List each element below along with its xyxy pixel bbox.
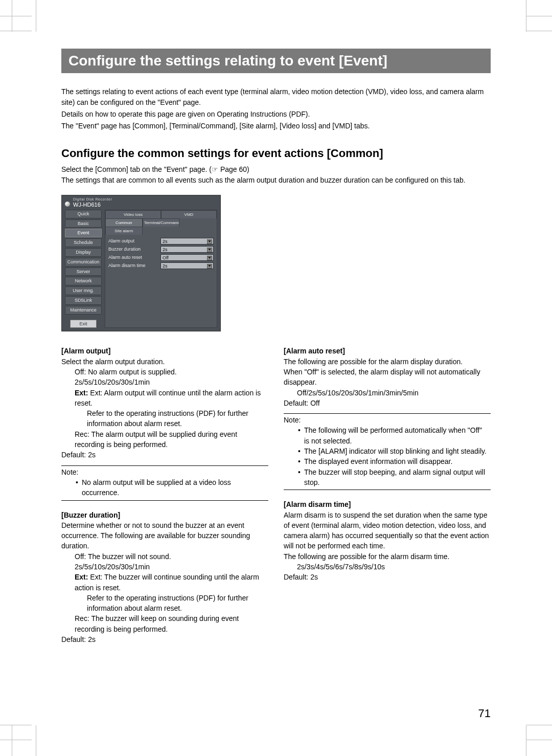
sidebar-item-communication[interactable]: Communication [65, 258, 102, 266]
body-text: The following are possible for the alarm… [284, 357, 491, 367]
panel-body: Alarm output 2s Buzzer duration 2s Alarm… [105, 235, 217, 328]
body-text: Ext: Ext: Alarm output will continue unt… [61, 388, 268, 409]
body-text: Off/2s/5s/10s/20s/30s/1min/3min/5min [284, 388, 491, 398]
setting-label: Alarm output [108, 238, 157, 243]
note-item: The displayed event information will dis… [298, 456, 491, 466]
note-item: The following will be performed automati… [298, 425, 491, 446]
body-text: When "Off" is selected, the alarm displa… [284, 367, 491, 388]
item-title: [Alarm disarm time] [284, 499, 491, 509]
page-number: 71 [478, 707, 491, 720]
alarm-disarm-time-select[interactable]: 2s [160, 262, 214, 269]
device-model: WJ-HD616 [73, 202, 112, 208]
alarm-output-select[interactable]: 2s [160, 238, 214, 244]
embedded-screenshot: Digital Disk Recorder WJ-HD616 Quick Bas… [61, 195, 221, 331]
note-rule [284, 413, 491, 414]
body-text: Select the alarm output duration. [61, 357, 268, 367]
note-label: Note: [61, 467, 268, 477]
setting-row: Alarm output 2s [108, 238, 214, 244]
sidebar-item-event[interactable]: Event [65, 229, 102, 237]
item-title: [Alarm output] [61, 346, 268, 356]
body-text: Refer to the operating instructions (PDF… [61, 593, 268, 614]
section-intro-line: The settings that are common to all even… [61, 175, 491, 186]
exit-button[interactable]: Exit [70, 320, 97, 328]
chevron-down-icon [208, 257, 211, 259]
body-text: Off: The buzzer will not sound. [61, 551, 268, 562]
note-rule [61, 465, 268, 466]
note-item: No alarm output will be supplied at a vi… [76, 477, 268, 498]
chevron-down-icon [208, 240, 211, 242]
item-title: [Alarm auto reset] [284, 346, 491, 356]
select-value: 2s [163, 263, 168, 269]
column-right: [Alarm auto reset] The following are pos… [284, 346, 491, 644]
description-columns: [Alarm output] Select the alarm output d… [61, 346, 491, 644]
sidebar-item-basic[interactable]: Basic [65, 219, 102, 228]
default-value: Default: 2s [61, 634, 268, 644]
note-label: Note: [284, 415, 491, 425]
body-text: 2s/3s/4s/5s/6s/7s/8s/9s/10s [284, 562, 491, 572]
sidebar: Quick Basic Event Schedule Display Commu… [65, 210, 102, 328]
section-heading: Configure the common settings for event … [61, 147, 491, 160]
chevron-down-icon [208, 265, 211, 267]
device-subtitle: Digital Disk Recorder [73, 197, 112, 202]
body-text: Determine whether or not to sound the bu… [61, 520, 268, 551]
chevron-down-icon [208, 249, 211, 251]
note-list: No alarm output will be supplied at a vi… [61, 477, 268, 498]
note-rule [284, 490, 491, 490]
select-value: 2s [163, 239, 168, 244]
sidebar-item-display[interactable]: Display [65, 248, 102, 257]
tab-common[interactable]: Common [105, 218, 143, 227]
section-intro-line: Select the [Common] tab on the "Event" p… [61, 164, 491, 175]
note-item: The buzzer will stop beeping, and alarm … [298, 467, 491, 488]
select-value: 2s [163, 247, 168, 252]
body-text: 2s/5s/10s/20s/30s/1min [61, 562, 268, 572]
tab-site-alarm[interactable]: Site alarm [105, 227, 143, 235]
setting-label: Buzzer duration [108, 247, 157, 252]
section-intro: Select the [Common] tab on the "Event" p… [61, 164, 491, 186]
device-logo-icon [65, 202, 70, 207]
tab-video-loss[interactable]: Video loss [105, 210, 161, 218]
intro-line: The settings relating to event actions o… [61, 86, 491, 108]
sidebar-item-maintenance[interactable]: Maintenance [65, 306, 102, 315]
body-text: Rec: The buzzer will keep on sounding du… [61, 613, 268, 634]
page-title-banner: Configure the settings relating to event… [61, 49, 491, 73]
note-item: The [ALARM] indicator will stop blinking… [298, 446, 491, 456]
tab-terminal-command[interactable]: Terminal/Command alarm [143, 218, 180, 227]
setting-row: Alarm disarm time 2s [108, 262, 214, 269]
default-value: Default: 2s [61, 450, 268, 460]
body-text: 2s/5s/10s/20s/30s/1min [61, 377, 268, 387]
default-value: Default: Off [284, 398, 491, 408]
sidebar-item-quick[interactable]: Quick [65, 210, 102, 218]
setting-row: Alarm auto reset Off [108, 254, 214, 261]
setting-label: Alarm disarm time [108, 263, 157, 268]
body-text: Ext: Ext: The buzzer will continue sound… [61, 572, 268, 593]
item-title: [Buzzer duration] [61, 510, 268, 520]
sidebar-item-user-mng[interactable]: User mng. [65, 286, 102, 295]
setting-row: Buzzer duration 2s [108, 246, 214, 253]
sidebar-item-schedule[interactable]: Schedule [65, 238, 102, 247]
body-text: The following are possible for the alarm… [284, 551, 491, 562]
sidebar-item-network[interactable]: Network [65, 277, 102, 285]
tab-bar: Video loss VMD Common Terminal/Command a… [105, 210, 217, 235]
intro-line: Details on how to operate this page are … [61, 109, 491, 120]
setting-label: Alarm auto reset [108, 255, 157, 260]
column-left: [Alarm output] Select the alarm output d… [61, 346, 268, 644]
select-value: Off [163, 255, 169, 260]
body-text: Rec: The alarm output will be supplied d… [61, 429, 268, 450]
tab-vmd[interactable]: VMD [161, 210, 217, 218]
intro-line: The "Event" page has [Common], [Terminal… [61, 121, 491, 131]
note-rule [61, 500, 268, 501]
body-text: Refer to the operating instructions (PDF… [61, 408, 268, 429]
body-text: Off: No alarm output is supplied. [61, 367, 268, 377]
default-value: Default: 2s [284, 572, 491, 582]
buzzer-duration-select[interactable]: 2s [160, 246, 214, 253]
alarm-auto-reset-select[interactable]: Off [160, 254, 214, 261]
sidebar-item-sd5link[interactable]: SD5Link [65, 296, 102, 305]
manual-page: Configure the settings relating to event… [0, 0, 552, 756]
settings-panel: Video loss VMD Common Terminal/Command a… [105, 210, 217, 328]
sidebar-item-server[interactable]: Server [65, 268, 102, 276]
note-list: The following will be performed automati… [284, 425, 491, 487]
body-text: Alarm disarm is to suspend the set durat… [284, 510, 491, 551]
intro-text: The settings relating to event actions o… [61, 86, 491, 131]
